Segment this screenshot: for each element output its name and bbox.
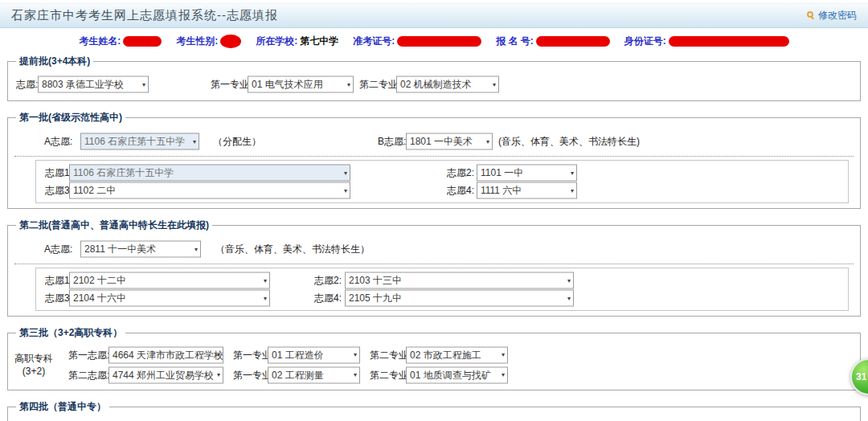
- wish2-select[interactable]: 1101 一中 ▾: [477, 165, 577, 182]
- wish-b-select[interactable]: 1801 一中美术 ▾: [406, 133, 493, 150]
- title-bar: 石家庄市中考考生网上志愿填报系统--志愿填报 修改密码: [0, 3, 868, 28]
- change-password-label: 修改密码: [818, 9, 857, 22]
- wish-b-note: (音乐、体育、美术、书法特长生): [498, 135, 640, 149]
- chevron-down-icon: ▾: [571, 170, 574, 177]
- second-batch-legend: 第二批(普通高中、普通高中特长生在此填报): [16, 219, 212, 232]
- advance-wish-label: 志愿:: [16, 78, 38, 92]
- registration-number-group: 报 名 号:: [496, 35, 610, 48]
- fourth-batch-section: 第四批（普通中专） 普通中专 志愿: 4204 辽宁省大连市轻工业学校 ▾ 第一…: [7, 400, 861, 421]
- registration-number-label: 报 名 号:: [496, 35, 534, 48]
- redaction-mark: [220, 35, 241, 48]
- chevron-down-icon: ▾: [264, 277, 267, 284]
- wish2-value: 1101 一中: [477, 166, 576, 181]
- advance-major1-select[interactable]: 01 电气技术应用 ▾: [248, 76, 354, 93]
- redaction-mark: [397, 36, 481, 47]
- student-info-bar: 考生姓名: 考生性别: 所在学校: 第七中学 准考证号: 报 名 号: 身份证号…: [0, 28, 868, 51]
- wish-b-label: B志愿:: [378, 135, 406, 149]
- chevron-down-icon: ▾: [493, 81, 496, 88]
- wish1-label: 志愿1:: [45, 166, 72, 180]
- first-batch-legend: 第一批(省级示范性高中): [16, 111, 125, 125]
- wish-a-select[interactable]: 1106 石家庄第十五中学 ▾: [80, 133, 199, 150]
- key-icon: [807, 11, 816, 20]
- wish3-select[interactable]: 2104 十六中 ▾: [69, 290, 270, 307]
- first-wish-label: 第一志愿:: [68, 348, 109, 362]
- volunteer-filling-page: 石家庄市中考考生网上志愿填报系统--志愿填报 修改密码 考生姓名: 考生性别: …: [0, 0, 868, 421]
- student-name-group: 考生姓名:: [79, 35, 162, 48]
- wish-row-2: 志愿3: 1102 二中 ▾ 志愿4: 1111 六中 ▾: [36, 182, 848, 199]
- advance-major2-value: 02 机械制造技术: [397, 77, 498, 92]
- wish-a-note: （分配生）: [213, 135, 261, 149]
- student-school-label: 所在学校:: [256, 35, 297, 48]
- wish-b-value: 1801 一中美术: [407, 134, 492, 149]
- first-batch-wish-box: 志愿1: 1106 石家庄第十五中学 ▾ 志愿2: 1101 一中 ▾ 志愿3:…: [35, 160, 849, 203]
- first-wish-value: 4664 天津市市政工程学校: [109, 347, 223, 362]
- redaction-mark: [123, 36, 162, 47]
- wish-a-note: （音乐、体育、美术、书法特长生）: [215, 243, 370, 256]
- fourth-batch-legend: 第四批（普通中专）: [16, 400, 109, 414]
- chevron-down-icon: ▾: [354, 351, 357, 358]
- advance-batch-row: 志愿: 8803 承德工业学校 ▾ 第一专业: 01 电气技术应用 ▾ 第二专业…: [13, 73, 855, 96]
- chevron-down-icon: ▾: [571, 187, 574, 194]
- chevron-down-icon: ▾: [217, 351, 220, 358]
- major2-value: 02 市政工程施工: [407, 347, 507, 362]
- wish4-select[interactable]: 2105 十九中 ▾: [345, 290, 574, 307]
- wish1-value: 2102 十二中: [70, 273, 269, 288]
- chevron-down-icon: ▾: [502, 371, 505, 378]
- change-password-link[interactable]: 修改密码: [807, 9, 857, 22]
- redaction-mark: [669, 36, 789, 47]
- third-batch-row-1: 第一志愿: 4664 天津市市政工程学校 ▾ 第一专业: 01 工程造价 ▾ 第…: [13, 345, 855, 365]
- redaction-mark: [536, 36, 610, 47]
- major2-value: 01 地质调查与找矿: [407, 367, 507, 382]
- chevron-down-icon: ▾: [567, 277, 571, 284]
- dotted-divider: [14, 156, 854, 157]
- first-wish-select[interactable]: 4664 天津市市政工程学校 ▾: [108, 346, 223, 363]
- wish4-select[interactable]: 1111 六中 ▾: [477, 182, 577, 199]
- wish-a-value: 2811 十一中美术: [81, 242, 200, 257]
- chevron-down-icon: ▾: [264, 295, 267, 302]
- second-wish-label: 第二志愿:: [68, 368, 109, 382]
- major2-select[interactable]: 02 市政工程施工 ▾: [406, 346, 508, 363]
- second-wish-select[interactable]: 4744 郑州工业贸易学校 ▾: [108, 366, 223, 383]
- wish-row-2: 志愿3: 2104 十六中 ▾ 志愿4: 2105 十九中 ▾: [36, 289, 848, 307]
- chevron-down-icon: ▾: [354, 371, 357, 378]
- wish2-select[interactable]: 2103 十三中 ▾: [345, 272, 574, 289]
- third-batch-row-2: 第二志愿: 4744 郑州工业贸易学校 ▾ 第一专业: 02 工程测量 ▾ 第二…: [13, 365, 855, 385]
- wish1-select[interactable]: 1106 石家庄第十五中学 ▾: [69, 165, 350, 182]
- wish3-select[interactable]: 1102 二中 ▾: [69, 182, 350, 199]
- second-batch-section: 第二批(普通高中、普通高中特长生在此填报) A志愿: 2811 十一中美术 ▾ …: [7, 219, 861, 317]
- wish3-label: 志愿3:: [45, 292, 72, 305]
- wish3-label: 志愿3:: [45, 184, 72, 198]
- advance-major2-select[interactable]: 02 机械制造技术 ▾: [396, 76, 499, 93]
- advance-wish-select[interactable]: 8803 承德工业学校 ▾: [38, 76, 149, 93]
- wish-a-label: A志愿:: [44, 243, 72, 256]
- third-batch-rows: 高职专科 (3+2) 第一志愿: 4664 天津市市政工程学校 ▾ 第一专业: …: [13, 345, 855, 385]
- wish4-value: 1111 六中: [477, 183, 576, 198]
- major1-select[interactable]: 01 工程造价 ▾: [268, 346, 360, 363]
- student-gender-label: 考生性别:: [176, 35, 218, 48]
- advance-wish-value: 8803 承德工业学校: [39, 77, 148, 92]
- badge-count: 31: [856, 371, 866, 382]
- major2-select[interactable]: 01 地质调查与找矿 ▾: [406, 366, 508, 383]
- wish-a-value: 1106 石家庄第十五中学: [81, 134, 199, 149]
- wish4-value: 2105 十九中: [346, 291, 573, 306]
- id-card-group: 身份证号:: [624, 35, 789, 48]
- dotted-divider: [14, 264, 854, 264]
- wish1-select[interactable]: 2102 十二中 ▾: [69, 272, 270, 289]
- advance-batch-section: 提前批(3+4本科) 志愿: 8803 承德工业学校 ▾ 第一专业: 01 电气…: [7, 55, 861, 101]
- first-batch-ab-row: A志愿: 1106 石家庄第十五中学 ▾ （分配生） B志愿: 1801 一中美…: [13, 129, 855, 153]
- student-name-label: 考生姓名:: [79, 35, 121, 48]
- student-school-group: 所在学校: 第七中学: [256, 35, 338, 48]
- wish-a-select[interactable]: 2811 十一中美术 ▾: [80, 241, 201, 258]
- wish2-value: 2103 十三中: [346, 273, 573, 288]
- advance-major2-label: 第二专业:: [359, 78, 400, 92]
- chevron-down-icon: ▾: [194, 246, 198, 253]
- third-batch-legend: 第三批（3+2高职专科）: [16, 326, 125, 340]
- chevron-down-icon: ▾: [217, 371, 220, 378]
- major1-select[interactable]: 02 工程测量 ▾: [268, 366, 360, 383]
- major1-value: 01 工程造价: [268, 347, 359, 362]
- student-school-value: 第七中学: [300, 35, 338, 48]
- id-card-label: 身份证号:: [624, 35, 666, 48]
- wish3-value: 2104 十六中: [70, 291, 269, 306]
- exam-ticket-group: 准考证号:: [353, 35, 481, 48]
- exam-ticket-label: 准考证号:: [353, 35, 395, 48]
